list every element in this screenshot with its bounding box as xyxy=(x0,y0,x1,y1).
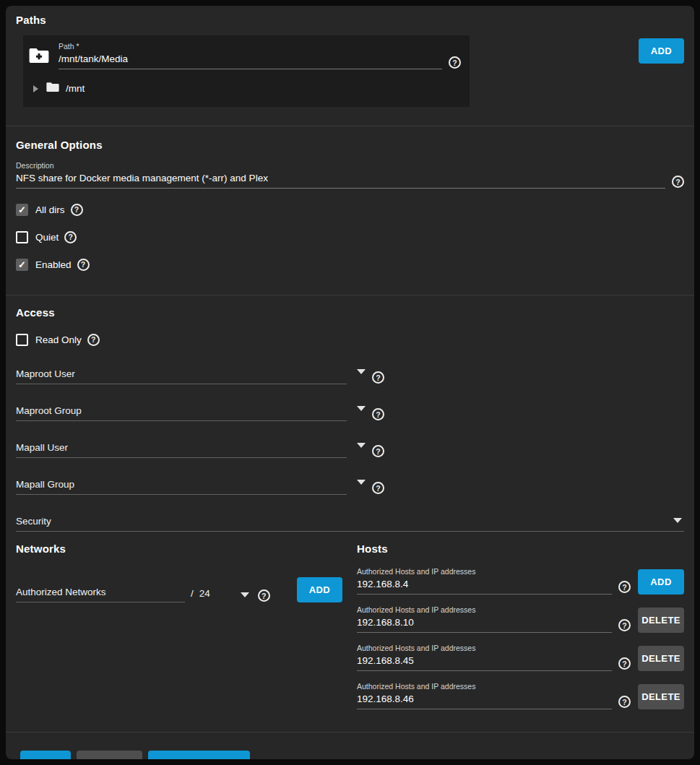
mapall-user-row: Mapall User xyxy=(16,442,684,458)
host-row: Authorized Hosts and IP addresses 192.16… xyxy=(357,567,684,595)
netmask-separator: / xyxy=(191,588,194,599)
quiet-checkbox[interactable] xyxy=(16,231,28,243)
all-dirs-label: All dirs xyxy=(35,204,65,215)
help-icon[interactable] xyxy=(372,482,384,494)
help-icon[interactable] xyxy=(618,619,631,631)
host-input[interactable]: 192.168.8.46 xyxy=(357,693,612,704)
host-input[interactable]: 192.168.8.45 xyxy=(357,655,612,666)
basic-options-button[interactable]: BASIC OPTIONS xyxy=(148,751,251,759)
host-field: Authorized Hosts and IP addresses 192.16… xyxy=(357,605,612,633)
add-network-button[interactable]: ADD xyxy=(297,577,342,602)
help-icon[interactable] xyxy=(449,56,461,69)
general-options-section-title: General Options xyxy=(16,139,684,151)
enabled-row: Enabled xyxy=(16,258,684,271)
all-dirs-row: All dirs xyxy=(16,203,684,216)
host-field-label: Authorized Hosts and IP addresses xyxy=(357,567,612,576)
help-icon[interactable] xyxy=(71,204,83,216)
maproot-user-row: Maproot User xyxy=(16,368,684,384)
host-field: Authorized Hosts and IP addresses 192.16… xyxy=(357,644,612,671)
description-field: Description NFS share for Docker media m… xyxy=(16,161,665,189)
security-row: Security xyxy=(16,516,684,532)
hosts-column: Hosts Authorized Hosts and IP addresses … xyxy=(357,543,684,709)
chevron-down-icon[interactable] xyxy=(357,443,366,448)
delete-host-button[interactable]: DELETE xyxy=(638,646,684,671)
mapall-group-select[interactable]: Mapall Group xyxy=(16,479,347,495)
folder-icon xyxy=(46,82,59,95)
help-icon[interactable] xyxy=(258,589,270,602)
path-field: Path * /mnt/tank/Media xyxy=(59,42,442,69)
help-icon[interactable] xyxy=(372,408,384,420)
help-icon[interactable] xyxy=(372,445,384,457)
enabled-label: Enabled xyxy=(35,259,72,270)
tree-expander-icon[interactable] xyxy=(33,85,38,92)
folder-add-icon[interactable] xyxy=(29,47,49,67)
help-icon[interactable] xyxy=(618,657,631,670)
host-input[interactable]: 192.168.8.10 xyxy=(357,617,612,628)
nfs-share-form-card: Paths Path * /mnt/tank/Media xyxy=(6,6,694,759)
help-icon[interactable] xyxy=(64,231,77,243)
read-only-row: Read Only xyxy=(16,333,684,346)
host-row: Authorized Hosts and IP addresses 192.16… xyxy=(357,605,684,633)
host-field-label: Authorized Hosts and IP addresses xyxy=(357,644,612,652)
chevron-down-icon[interactable] xyxy=(357,480,366,485)
help-icon[interactable] xyxy=(372,371,384,384)
paths-row: Path * /mnt/tank/Media /mnt ADD xyxy=(16,35,684,107)
networks-column: Networks Authorized Networks / 24 ADD xyxy=(16,543,342,709)
help-icon[interactable] xyxy=(77,259,90,271)
path-input[interactable]: /mnt/tank/Media xyxy=(59,53,442,64)
section-divider xyxy=(6,295,694,295)
mapall-group-row: Mapall Group xyxy=(16,479,684,495)
path-input-row: Path * /mnt/tank/Media xyxy=(27,42,461,69)
description-row: Description NFS share for Docker media m… xyxy=(16,161,684,189)
maproot-group-row: Maproot Group xyxy=(16,405,684,421)
mapall-user-select[interactable]: Mapall User xyxy=(16,442,347,458)
delete-host-button[interactable]: DELETE xyxy=(638,608,684,633)
tree-node-label: /mnt xyxy=(66,83,85,94)
host-field: Authorized Hosts and IP addresses 192.16… xyxy=(357,567,612,595)
help-icon[interactable] xyxy=(672,176,684,188)
description-label: Description xyxy=(16,161,665,170)
tree-row-mnt[interactable]: /mnt xyxy=(27,82,461,95)
save-button[interactable]: SAVE xyxy=(20,751,71,759)
delete-host-button[interactable]: DELETE xyxy=(638,684,684,709)
maproot-user-select[interactable]: Maproot User xyxy=(16,368,347,384)
quiet-label: Quiet xyxy=(35,232,59,243)
chevron-down-icon[interactable] xyxy=(241,592,249,597)
security-select[interactable]: Security xyxy=(16,516,684,532)
add-path-button[interactable]: ADD xyxy=(639,38,684,64)
description-input[interactable]: NFS share for Docker media management (*… xyxy=(16,173,665,183)
cancel-button[interactable]: CANCEL xyxy=(77,751,142,759)
all-dirs-checkbox[interactable] xyxy=(16,204,28,216)
host-field: Authorized Hosts and IP addresses 192.16… xyxy=(357,682,612,709)
host-field-label: Authorized Hosts and IP addresses xyxy=(357,682,612,691)
footer-actions: SAVE CANCEL BASIC OPTIONS xyxy=(16,732,684,759)
path-field-label: Path * xyxy=(59,42,442,51)
authorized-networks-input[interactable]: Authorized Networks xyxy=(16,587,185,602)
help-icon[interactable] xyxy=(618,696,631,708)
maproot-group-select[interactable]: Maproot Group xyxy=(16,405,347,421)
security-label: Security xyxy=(16,516,51,527)
enabled-checkbox[interactable] xyxy=(16,259,28,271)
paths-section-title: Paths xyxy=(16,14,684,26)
authorized-network-row: Authorized Networks / 24 ADD xyxy=(16,577,342,602)
help-icon[interactable] xyxy=(87,334,100,346)
add-host-button[interactable]: ADD xyxy=(638,569,684,595)
access-section-title: Access xyxy=(16,306,684,319)
help-icon[interactable] xyxy=(618,581,631,593)
host-field-label: Authorized Hosts and IP addresses xyxy=(357,605,612,614)
paths-panel: Path * /mnt/tank/Media /mnt xyxy=(23,35,470,107)
read-only-label: Read Only xyxy=(35,334,82,345)
host-row: Authorized Hosts and IP addresses 192.16… xyxy=(357,682,684,709)
read-only-checkbox[interactable] xyxy=(16,334,28,346)
chevron-down-icon[interactable] xyxy=(357,406,366,411)
hosts-section-title: Hosts xyxy=(357,543,684,555)
quiet-row: Quiet xyxy=(16,230,684,243)
netmask-select[interactable]: 24 xyxy=(199,588,210,599)
section-divider xyxy=(6,126,694,126)
chevron-down-icon xyxy=(673,518,682,523)
networks-section-title: Networks xyxy=(16,543,342,555)
networks-hosts-section: Networks Authorized Networks / 24 ADD Ho… xyxy=(16,543,684,709)
host-input[interactable]: 192.168.8.4 xyxy=(357,579,612,589)
chevron-down-icon[interactable] xyxy=(357,369,366,374)
host-row: Authorized Hosts and IP addresses 192.16… xyxy=(357,644,684,671)
